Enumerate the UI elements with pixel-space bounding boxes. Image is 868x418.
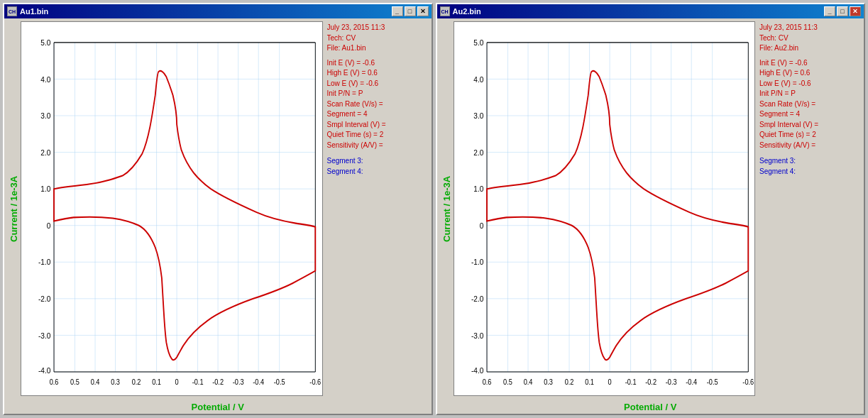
- chart-container-au1: Current / 1e-3A: [7, 21, 323, 396]
- chart-plot-au2: 5.0 4.0 3.0 2.0 1.0 0 -1.0 -2.0 -3.0 -4.…: [454, 21, 756, 396]
- seg3-au1: Segment 3:: [327, 156, 427, 167]
- y-axis-label-au2: Current / 1e-3A: [440, 21, 454, 396]
- high-e-au2: High E (V) = 0.6: [759, 68, 859, 79]
- seg4-au2: Segment 4:: [759, 167, 859, 177]
- svg-text:0: 0: [479, 221, 483, 230]
- svg-text:-0.6: -0.6: [742, 378, 754, 386]
- segment-au1: Segment = 4: [327, 109, 427, 120]
- svg-text:-0.4: -0.4: [686, 378, 697, 386]
- low-e-au2: Low E (V) = -0.6: [759, 79, 859, 89]
- svg-text:0.6: 0.6: [50, 378, 59, 386]
- init-e-au1: Init E (V) = -0.6: [327, 58, 427, 69]
- svg-text:0.5: 0.5: [70, 378, 79, 386]
- svg-text:0.5: 0.5: [503, 378, 512, 386]
- svg-text:-3.0: -3.0: [38, 331, 50, 340]
- window-icon-au1: CH: [7, 6, 17, 16]
- svg-text:-3.0: -3.0: [471, 331, 483, 340]
- tech-au1: Tech: CV: [327, 33, 427, 44]
- svg-text:4.0: 4.0: [40, 75, 50, 84]
- scan-rate-au2: Scan Rate (V/s) =: [759, 99, 859, 110]
- x-axis-label-au1: Potential / V: [4, 399, 432, 414]
- window-controls-au1: _ □ ✕: [392, 6, 429, 16]
- chart-svg-au2: 5.0 4.0 3.0 2.0 1.0 0 -1.0 -2.0 -3.0 -4.…: [454, 22, 755, 395]
- init-e-au2: Init E (V) = -0.6: [759, 58, 859, 69]
- svg-text:-0.5: -0.5: [706, 378, 718, 386]
- svg-text:0.3: 0.3: [544, 378, 553, 386]
- chart-container-au2: Current / 1e-3A: [440, 21, 756, 396]
- svg-text:-0.6: -0.6: [309, 378, 321, 386]
- svg-text:-4.0: -4.0: [38, 366, 50, 375]
- window-title-au1: Au1.bin: [20, 7, 48, 16]
- svg-rect-51: [454, 22, 755, 395]
- window-au2: CH Au2.bin _ □ ✕ Current / 1e-3A: [436, 3, 866, 415]
- x-axis-label-au2: Potential / V: [437, 399, 864, 414]
- svg-text:2.0: 2.0: [40, 148, 50, 157]
- title-bar-au1: CH Au1.bin _ □ ✕: [4, 4, 432, 18]
- quiet-au2: Quiet Time (s) = 2: [759, 130, 859, 141]
- scan-rate-au1: Scan Rate (V/s) =: [327, 99, 427, 110]
- svg-text:-2.0: -2.0: [471, 294, 483, 303]
- window-content-au1: Current / 1e-3A: [4, 18, 432, 399]
- svg-text:3.0: 3.0: [40, 111, 50, 121]
- minimize-btn-au1[interactable]: _: [392, 6, 403, 16]
- file-au1: File: Au1.bin: [327, 43, 427, 54]
- svg-text:1.0: 1.0: [40, 185, 50, 194]
- tech-au2: Tech: CV: [759, 33, 859, 44]
- sensitivity-au2: Sensitivity (A/V) =: [759, 141, 859, 151]
- smpl-au1: Smpl Interval (V) =: [327, 120, 427, 131]
- maximize-btn-au2[interactable]: □: [837, 6, 848, 16]
- window-au1: CH Au1.bin _ □ ✕ Current / 1e-3A: [3, 3, 433, 415]
- window-title-au2: Au2.bin: [453, 7, 481, 16]
- title-bar-au2: CH Au2.bin _ □ ✕: [437, 4, 864, 18]
- smpl-au2: Smpl Interval (V) =: [759, 120, 859, 131]
- init-pn-au2: Init P/N = P: [759, 89, 859, 99]
- minimize-btn-au2[interactable]: _: [824, 6, 835, 16]
- datetime-au2: July 23, 2015 11:3: [759, 23, 859, 33]
- window-controls-au2: _ □ ✕: [824, 6, 861, 16]
- seg3-au2: Segment 3:: [759, 156, 859, 167]
- low-e-au1: Low E (V) = -0.6: [327, 79, 427, 89]
- maximize-btn-au1[interactable]: □: [405, 6, 416, 16]
- svg-text:4.0: 4.0: [473, 75, 483, 84]
- svg-text:0.1: 0.1: [585, 378, 594, 386]
- window-icon-au2: CH: [440, 6, 450, 16]
- svg-text:-2.0: -2.0: [38, 294, 50, 303]
- segment-au2: Segment = 4: [759, 109, 859, 120]
- svg-text:3.0: 3.0: [473, 111, 483, 121]
- svg-text:5.0: 5.0: [40, 38, 50, 47]
- svg-text:0.4: 0.4: [523, 378, 532, 386]
- chart-svg-au1: 5.0 4.0 3.0 2.0 1.0 0 -1.0 -2.0 -3.0 -4.…: [21, 22, 322, 395]
- svg-text:-1.0: -1.0: [38, 258, 50, 267]
- close-btn-au2[interactable]: ✕: [850, 6, 861, 16]
- svg-text:-0.2: -0.2: [212, 378, 224, 386]
- seg4-au1: Segment 4:: [327, 167, 427, 177]
- svg-text:0: 0: [175, 378, 180, 386]
- info-panel-au2: July 23, 2015 11:3 Tech: CV File: Au2.bi…: [758, 21, 861, 396]
- svg-text:0.4: 0.4: [91, 378, 100, 386]
- svg-text:-0.3: -0.3: [233, 378, 244, 386]
- svg-text:-0.2: -0.2: [645, 378, 657, 386]
- datetime-au1: July 23, 2015 11:3: [327, 23, 427, 33]
- y-axis-label-au1: Current / 1e-3A: [7, 21, 21, 396]
- sensitivity-au1: Sensitivity (A/V) =: [327, 141, 427, 151]
- svg-text:5.0: 5.0: [473, 38, 483, 47]
- svg-text:2.0: 2.0: [473, 148, 483, 157]
- svg-text:-0.5: -0.5: [274, 378, 285, 386]
- svg-text:-0.1: -0.1: [192, 378, 204, 386]
- svg-text:0.2: 0.2: [564, 378, 573, 386]
- svg-text:0.1: 0.1: [152, 378, 161, 386]
- svg-rect-0: [21, 22, 322, 395]
- svg-text:1.0: 1.0: [473, 185, 483, 194]
- init-pn-au1: Init P/N = P: [327, 89, 427, 99]
- window-content-au2: Current / 1e-3A: [437, 18, 864, 399]
- svg-text:-1.0: -1.0: [471, 258, 483, 267]
- chart-plot-au1: 5.0 4.0 3.0 2.0 1.0 0 -1.0 -2.0 -3.0 -4.…: [21, 21, 323, 396]
- svg-text:0.2: 0.2: [132, 378, 141, 386]
- info-panel-au1: July 23, 2015 11:3 Tech: CV File: Au1.bi…: [326, 21, 429, 396]
- svg-text:0: 0: [47, 221, 51, 230]
- high-e-au1: High E (V) = 0.6: [327, 68, 427, 79]
- svg-text:-0.1: -0.1: [625, 378, 636, 386]
- close-btn-au1[interactable]: ✕: [417, 6, 429, 16]
- svg-text:-0.4: -0.4: [253, 378, 264, 386]
- svg-text:0: 0: [608, 378, 612, 386]
